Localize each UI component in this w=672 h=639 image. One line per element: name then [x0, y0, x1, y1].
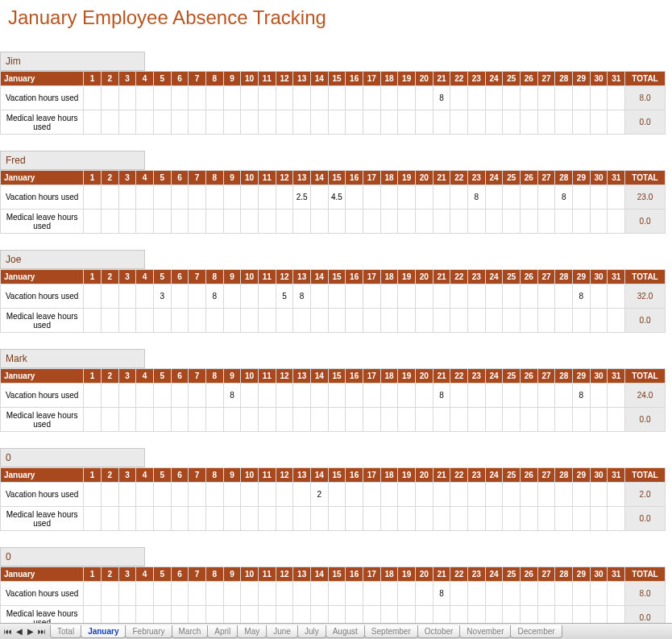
vacation-cell[interactable] — [503, 483, 521, 507]
vacation-cell[interactable] — [171, 384, 189, 408]
vacation-cell[interactable] — [223, 582, 241, 606]
medical-cell[interactable] — [555, 507, 573, 531]
medical-cell[interactable] — [153, 408, 171, 432]
vacation-cell[interactable] — [380, 185, 398, 210]
vacation-cell[interactable] — [171, 86, 189, 110]
vacation-cell[interactable] — [171, 483, 189, 507]
vacation-cell[interactable] — [346, 284, 363, 309]
vacation-cell[interactable] — [276, 86, 293, 110]
vacation-cell[interactable] — [416, 582, 433, 606]
medical-cell[interactable] — [398, 507, 416, 531]
medical-cell[interactable] — [310, 309, 328, 333]
vacation-cell[interactable] — [310, 384, 328, 408]
vacation-cell[interactable] — [537, 86, 555, 110]
medical-cell[interactable] — [346, 110, 363, 135]
vacation-cell[interactable] — [136, 483, 154, 507]
medical-cell[interactable] — [521, 110, 538, 135]
medical-cell[interactable] — [171, 507, 189, 531]
medical-cell[interactable] — [608, 507, 625, 531]
vacation-cell[interactable] — [293, 483, 311, 507]
medical-cell[interactable] — [258, 408, 276, 432]
vacation-cell[interactable] — [118, 86, 136, 110]
medical-cell[interactable] — [328, 507, 346, 531]
medical-cell[interactable] — [328, 110, 346, 135]
medical-cell[interactable] — [223, 309, 241, 333]
medical-cell[interactable] — [555, 309, 573, 333]
vacation-cell[interactable] — [136, 185, 154, 210]
medical-cell[interactable] — [346, 210, 363, 234]
medical-cell[interactable] — [171, 408, 189, 432]
vacation-cell[interactable] — [416, 384, 433, 408]
vacation-cell[interactable] — [276, 185, 293, 210]
medical-cell[interactable] — [468, 110, 486, 135]
vacation-cell[interactable] — [346, 582, 363, 606]
vacation-cell[interactable] — [503, 185, 521, 210]
vacation-cell[interactable] — [363, 185, 381, 210]
medical-cell[interactable] — [241, 507, 259, 531]
sheet-tab-september[interactable]: September — [364, 625, 418, 638]
vacation-cell[interactable]: 8 — [223, 384, 241, 408]
vacation-cell[interactable] — [136, 284, 154, 309]
vacation-cell[interactable] — [153, 483, 171, 507]
medical-cell[interactable] — [171, 309, 189, 333]
vacation-cell[interactable] — [398, 582, 416, 606]
vacation-cell[interactable] — [205, 483, 223, 507]
vacation-cell[interactable] — [101, 582, 118, 606]
medical-cell[interactable] — [276, 507, 293, 531]
vacation-cell[interactable] — [450, 185, 468, 210]
vacation-cell[interactable] — [205, 86, 223, 110]
medical-cell[interactable] — [258, 110, 276, 135]
sheet-tab-december[interactable]: December — [510, 625, 562, 638]
medical-cell[interactable] — [573, 210, 591, 234]
medical-cell[interactable] — [555, 110, 573, 135]
vacation-cell[interactable] — [276, 483, 293, 507]
medical-cell[interactable] — [276, 110, 293, 135]
medical-cell[interactable] — [416, 507, 433, 531]
medical-cell[interactable] — [136, 110, 154, 135]
vacation-cell[interactable] — [118, 483, 136, 507]
vacation-cell[interactable]: 8 — [293, 284, 311, 309]
vacation-cell[interactable] — [416, 483, 433, 507]
vacation-cell[interactable] — [101, 86, 118, 110]
vacation-cell[interactable] — [223, 86, 241, 110]
vacation-cell[interactable] — [84, 284, 102, 309]
medical-cell[interactable] — [503, 110, 521, 135]
vacation-cell[interactable] — [205, 185, 223, 210]
vacation-cell[interactable] — [398, 284, 416, 309]
medical-cell[interactable] — [485, 110, 503, 135]
vacation-cell[interactable] — [485, 284, 503, 309]
medical-cell[interactable] — [450, 210, 468, 234]
medical-cell[interactable] — [84, 210, 102, 234]
medical-cell[interactable] — [346, 507, 363, 531]
vacation-cell[interactable] — [433, 185, 450, 210]
vacation-cell[interactable] — [573, 86, 591, 110]
tab-nav-next-icon[interactable]: ▶ — [26, 627, 35, 637]
medical-cell[interactable] — [205, 507, 223, 531]
medical-cell[interactable] — [241, 309, 259, 333]
vacation-cell[interactable] — [328, 483, 346, 507]
medical-cell[interactable] — [241, 110, 259, 135]
vacation-cell[interactable] — [276, 582, 293, 606]
vacation-cell[interactable] — [346, 185, 363, 210]
medical-cell[interactable] — [328, 408, 346, 432]
medical-cell[interactable] — [118, 507, 136, 531]
vacation-cell[interactable] — [223, 284, 241, 309]
medical-cell[interactable] — [293, 210, 311, 234]
vacation-cell[interactable] — [608, 483, 625, 507]
medical-cell[interactable] — [555, 408, 573, 432]
medical-cell[interactable] — [189, 507, 206, 531]
vacation-cell[interactable] — [468, 582, 486, 606]
vacation-cell[interactable] — [416, 86, 433, 110]
medical-cell[interactable] — [450, 408, 468, 432]
medical-cell[interactable] — [205, 210, 223, 234]
vacation-cell[interactable] — [258, 284, 276, 309]
vacation-cell[interactable] — [84, 384, 102, 408]
vacation-cell[interactable] — [171, 284, 189, 309]
vacation-cell[interactable] — [468, 384, 486, 408]
sheet-tab-may[interactable]: May — [237, 625, 267, 638]
medical-cell[interactable] — [433, 507, 450, 531]
vacation-cell[interactable] — [258, 185, 276, 210]
vacation-cell[interactable] — [171, 582, 189, 606]
vacation-cell[interactable] — [101, 483, 118, 507]
medical-cell[interactable] — [310, 210, 328, 234]
